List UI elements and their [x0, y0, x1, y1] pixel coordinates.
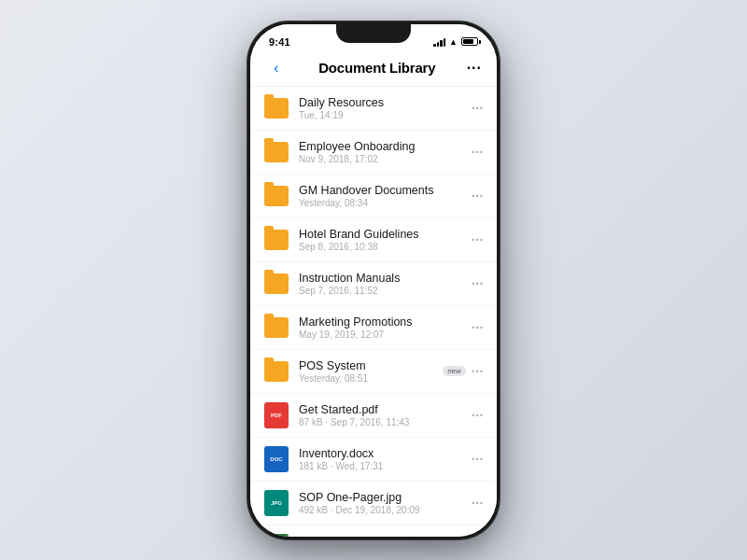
item-badge: new — [443, 366, 466, 376]
back-button[interactable]: ‹ — [265, 60, 288, 77]
item-more-button[interactable]: ··· — [472, 320, 484, 335]
item-name: GM Handover Documents — [299, 184, 472, 197]
item-actions: ··· — [472, 232, 484, 247]
item-name: Instruction Manuals — [299, 272, 472, 285]
item-more-button[interactable]: ··· — [472, 364, 484, 379]
item-content: Hotel Brand Guidelines Sep 8, 2016, 10:3… — [299, 228, 472, 252]
item-name: SOP One-Pager.jpg — [299, 491, 472, 504]
xls-icon: XLS — [264, 534, 289, 537]
list-item[interactable]: Daily Resources Tue, 14:19 ··· — [250, 87, 497, 131]
item-icon-wrapper: XLS — [263, 534, 289, 537]
item-content: Weekly Update.xlsx 328 kB · Mon, 07:56 — [299, 535, 472, 537]
folder-icon — [264, 273, 289, 294]
item-meta: Yesterday, 08:34 — [299, 198, 472, 208]
item-more-button[interactable]: ··· — [472, 145, 484, 160]
item-name: Weekly Update.xlsx — [299, 535, 472, 537]
item-icon-wrapper: JPG — [263, 490, 289, 516]
item-actions: ··· — [472, 496, 484, 511]
item-actions: ··· — [472, 408, 484, 423]
list-item[interactable]: Marketing Promotions May 19, 2019, 12:07… — [250, 306, 497, 350]
item-icon-wrapper — [263, 358, 289, 385]
item-meta: 492 kB · Dec 19, 2018, 20:09 — [299, 505, 472, 515]
item-meta: 87 kB · Sep 7, 2016, 11:43 — [299, 417, 472, 427]
item-icon-wrapper — [263, 183, 289, 209]
phone-frame: 9:41 ▲ ‹ Document Library ··· — [247, 21, 500, 539]
wifi-icon: ▲ — [449, 37, 458, 47]
item-content: POS System Yesterday, 08:51 — [299, 359, 443, 384]
item-meta: May 19, 2019, 12:07 — [299, 329, 472, 340]
item-meta: Sep 7, 2016, 11:52 — [299, 286, 472, 296]
item-meta: Tue, 14:19 — [299, 110, 472, 120]
item-icon-wrapper: DOC — [263, 446, 289, 472]
item-name: Employee Onboarding — [299, 140, 472, 153]
doc-icon: DOC — [264, 446, 289, 472]
item-actions: ··· — [472, 145, 484, 160]
folder-icon — [264, 142, 289, 162]
jpg-icon: JPG — [264, 490, 289, 516]
item-actions: new ··· — [443, 364, 484, 379]
list-item[interactable]: XLS Weekly Update.xlsx 328 kB · Mon, 07:… — [250, 525, 497, 537]
item-icon-wrapper: PDF — [263, 402, 289, 428]
status-time: 9:41 — [269, 36, 290, 48]
item-icon-wrapper — [263, 139, 289, 165]
phone-notch — [336, 24, 411, 43]
folder-icon — [264, 98, 289, 119]
item-content: GM Handover Documents Yesterday, 08:34 — [299, 184, 472, 208]
item-name: POS System — [299, 359, 443, 372]
item-name: Inventory.docx — [299, 447, 472, 460]
item-more-button[interactable]: ··· — [472, 101, 484, 116]
document-list: Daily Resources Tue, 14:19 ··· Employee … — [250, 87, 497, 537]
status-icons: ▲ — [433, 37, 478, 47]
item-content: Daily Resources Tue, 14:19 — [299, 96, 472, 120]
item-icon-wrapper — [263, 227, 289, 253]
item-more-button[interactable]: ··· — [472, 408, 484, 423]
item-content: SOP One-Pager.jpg 492 kB · Dec 19, 2018,… — [299, 491, 472, 515]
list-item[interactable]: PDF Get Started.pdf 87 kB · Sep 7, 2016,… — [250, 394, 497, 438]
page-title: Document Library — [318, 60, 435, 76]
item-name: Hotel Brand Guidelines — [299, 228, 472, 241]
item-icon-wrapper — [263, 315, 289, 341]
more-button[interactable]: ··· — [467, 60, 482, 77]
item-content: Instruction Manuals Sep 7, 2016, 11:52 — [299, 272, 472, 296]
item-more-button[interactable]: ··· — [472, 232, 484, 247]
item-name: Marketing Promotions — [299, 315, 472, 329]
item-meta: 181 kB · Wed, 17:31 — [299, 461, 472, 471]
list-item[interactable]: DOC Inventory.docx 181 kB · Wed, 17:31 ·… — [250, 438, 497, 482]
item-content: Inventory.docx 181 kB · Wed, 17:31 — [299, 447, 472, 471]
list-item[interactable]: Instruction Manuals Sep 7, 2016, 11:52 ·… — [250, 262, 497, 306]
item-actions: ··· — [472, 276, 484, 291]
list-item[interactable]: Employee Onboarding Nov 9, 2018, 17:02 ·… — [250, 131, 497, 175]
item-more-button[interactable]: ··· — [472, 189, 484, 203]
item-icon-wrapper — [263, 271, 289, 297]
folder-icon — [264, 361, 289, 382]
phone-screen: 9:41 ▲ ‹ Document Library ··· — [250, 24, 497, 537]
list-item[interactable]: Hotel Brand Guidelines Sep 8, 2016, 10:3… — [250, 218, 497, 262]
item-more-button[interactable]: ··· — [472, 452, 484, 467]
list-item[interactable]: POS System Yesterday, 08:51 new ··· — [250, 350, 497, 394]
item-meta: Yesterday, 08:51 — [299, 373, 443, 384]
item-name: Get Started.pdf — [299, 403, 472, 416]
item-content: Get Started.pdf 87 kB · Sep 7, 2016, 11:… — [299, 403, 472, 427]
item-actions: ··· — [472, 320, 484, 335]
folder-icon — [264, 317, 289, 338]
item-content: Employee Onboarding Nov 9, 2018, 17:02 — [299, 140, 472, 164]
item-actions: ··· — [472, 101, 484, 116]
item-name: Daily Resources — [299, 96, 472, 109]
item-actions: ··· — [472, 189, 484, 203]
navigation-header: ‹ Document Library ··· — [250, 52, 497, 87]
folder-icon — [264, 230, 289, 250]
battery-icon — [461, 37, 478, 46]
pdf-icon: PDF — [264, 402, 289, 428]
item-meta: Nov 9, 2018, 17:02 — [299, 154, 472, 164]
item-more-button[interactable]: ··· — [472, 496, 484, 511]
item-icon-wrapper — [263, 95, 289, 121]
list-item[interactable]: GM Handover Documents Yesterday, 08:34 ·… — [250, 175, 497, 218]
item-content: Marketing Promotions May 19, 2019, 12:07 — [299, 315, 472, 340]
item-more-button[interactable]: ··· — [472, 276, 484, 291]
item-actions: ··· — [472, 452, 484, 467]
signal-icon — [433, 37, 445, 47]
item-meta: Sep 8, 2016, 10:38 — [299, 242, 472, 252]
list-item[interactable]: JPG SOP One-Pager.jpg 492 kB · Dec 19, 2… — [250, 482, 497, 525]
folder-icon — [264, 186, 289, 206]
